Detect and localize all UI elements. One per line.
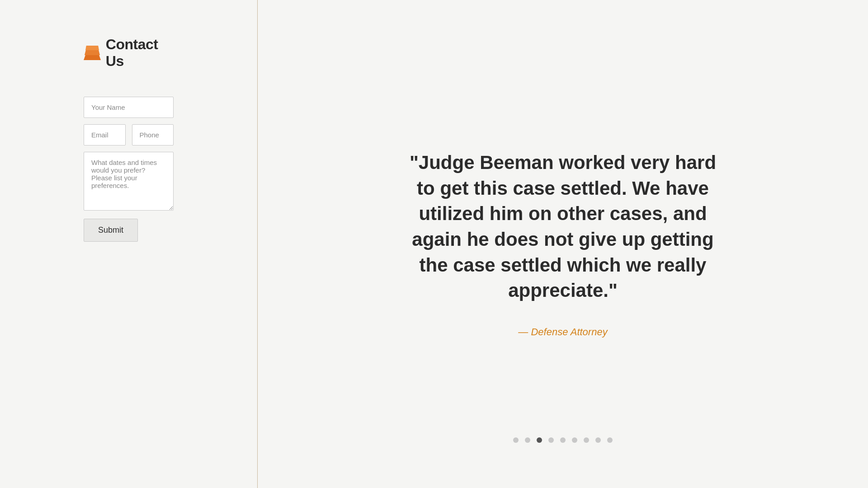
- page-title: Contact Us: [106, 36, 174, 70]
- dot-7[interactable]: [584, 437, 589, 443]
- right-panel: "Judge Beeman worked very hard to get th…: [258, 0, 868, 488]
- name-input[interactable]: [84, 97, 174, 118]
- testimonial-quote: "Judge Beeman worked very hard to get th…: [409, 150, 717, 304]
- contact-form: Submit: [84, 97, 174, 242]
- dot-8[interactable]: [595, 437, 601, 443]
- dot-2[interactable]: [525, 437, 530, 443]
- slideshow-dots: [513, 437, 613, 443]
- logo-icon: [84, 46, 99, 60]
- logo-layer-bottom: [84, 55, 101, 60]
- left-panel: Contact Us Submit: [0, 0, 258, 488]
- dot-5[interactable]: [560, 437, 566, 443]
- dot-3[interactable]: [537, 437, 542, 443]
- logo-layer-top: [85, 46, 99, 50]
- logo-layer-middle: [85, 50, 100, 55]
- email-input[interactable]: [84, 124, 126, 145]
- phone-input[interactable]: [132, 124, 174, 145]
- testimonial-author: — Defense Attorney: [518, 326, 607, 338]
- dot-6[interactable]: [572, 437, 577, 443]
- dot-9[interactable]: [607, 437, 613, 443]
- logo-title-area: Contact Us: [84, 36, 174, 70]
- message-textarea[interactable]: [84, 152, 174, 211]
- dot-1[interactable]: [513, 437, 519, 443]
- dot-4[interactable]: [548, 437, 554, 443]
- submit-button[interactable]: Submit: [84, 219, 138, 242]
- email-phone-row: [84, 124, 174, 145]
